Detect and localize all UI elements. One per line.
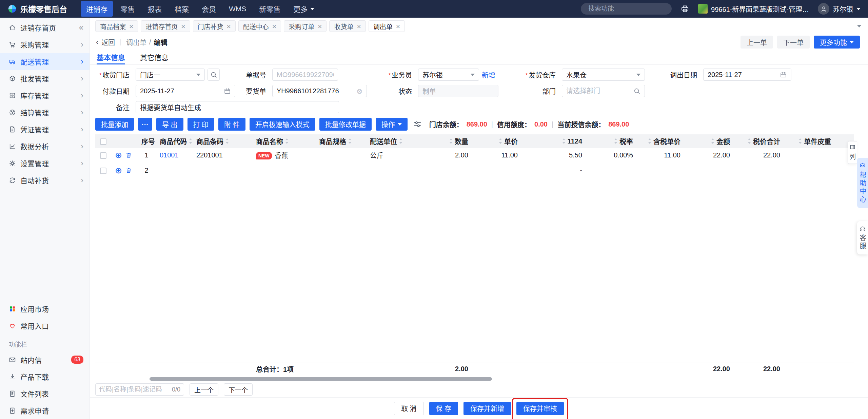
col-header-select-all[interactable]	[95, 134, 111, 148]
attachment-button[interactable]: 附 件	[218, 118, 245, 131]
cell-code[interactable]	[156, 163, 192, 178]
speed-input-mode-button[interactable]: 开启极速输入模式	[250, 118, 315, 131]
add-salesman-link[interactable]: 新增	[482, 70, 495, 80]
global-search[interactable]	[581, 3, 672, 15]
quick-search-input[interactable]	[99, 386, 169, 393]
department-input-wrap[interactable]	[562, 85, 645, 97]
cancel-button[interactable]: 取 消	[394, 402, 424, 415]
doc-tab-purchase-order[interactable]: 采购订单×	[284, 20, 327, 32]
sidebar-item-favorites[interactable]: 常用入口	[0, 317, 90, 334]
pay-date-input[interactable]: 2025-11-27	[136, 85, 235, 97]
out-date-input[interactable]: 2025-11-27	[703, 69, 791, 81]
remark-input-wrap[interactable]	[136, 101, 339, 113]
col-header-unit[interactable]: 配送单位	[366, 134, 428, 148]
department-input[interactable]	[566, 87, 631, 95]
search-icon[interactable]	[633, 88, 640, 95]
col-header-name[interactable]: 商品名称	[252, 134, 315, 148]
col-header-tax-price[interactable]: 含税单价	[637, 134, 685, 148]
remark-input[interactable]	[140, 103, 335, 111]
receiving-store-select[interactable]: 门店一	[136, 69, 205, 81]
menu-item-reports[interactable]: 报表	[142, 1, 167, 17]
col-header-tax-total[interactable]: 税价合计	[734, 134, 784, 148]
batch-add-button[interactable]: 批量添加	[95, 118, 134, 131]
menu-item-members[interactable]: 会员	[196, 1, 221, 17]
help-center-float[interactable]: 帮助中心	[857, 158, 868, 208]
clear-icon[interactable]: ⊗	[356, 88, 362, 95]
col-header-price[interactable]: 单价	[472, 134, 522, 148]
product-code-link[interactable]: 01001	[160, 151, 179, 159]
close-tab-icon[interactable]: ×	[318, 23, 322, 30]
request-doc-input-wrap[interactable]: ⊗	[272, 85, 367, 97]
doc-tab-store-replenish[interactable]: 门店补货×	[193, 20, 236, 32]
collapse-sidebar-icon[interactable]: «	[79, 23, 83, 32]
close-tab-icon[interactable]: ×	[272, 23, 276, 30]
action-dropdown-button[interactable]: 操作	[376, 118, 408, 131]
prev-doc-button[interactable]: 上一单	[741, 36, 773, 49]
row-checkbox[interactable]	[100, 152, 106, 159]
batch-edit-button[interactable]: 批量修改单据	[319, 118, 372, 131]
prev-match-button[interactable]: 上一个	[190, 383, 218, 396]
sidebar-item-distribution[interactable]: 配送管理 ›	[0, 53, 90, 70]
sidebar-item-file-list[interactable]: 文件列表	[0, 385, 90, 402]
sidebar-item-inbox[interactable]: 站内信 63	[0, 351, 90, 368]
more-actions-button[interactable]: ···	[138, 118, 152, 131]
save-and-new-button[interactable]: 保存并新增	[463, 402, 511, 415]
tab-other-info[interactable]: 其它信息	[140, 50, 169, 64]
menu-item-retail[interactable]: 零售	[115, 1, 140, 17]
col-header-amount[interactable]: 金额	[685, 134, 734, 148]
sidebar-item-downloads[interactable]: 产品下载	[0, 368, 90, 385]
sidebar-item-auto-replenish[interactable]: 自动补货 ›	[0, 172, 90, 189]
menu-item-more[interactable]: 更多	[288, 1, 320, 17]
delete-row-icon[interactable]	[125, 167, 132, 174]
print-button[interactable]: 打 印	[188, 118, 215, 131]
quick-search-box[interactable]: 0/0	[95, 383, 184, 396]
warehouse-select[interactable]: 水果仓	[562, 69, 645, 81]
menu-item-wms[interactable]: WMS	[223, 2, 252, 16]
close-tab-icon[interactable]: ×	[396, 23, 400, 30]
store-search-button[interactable]	[208, 69, 220, 81]
sidebar-item-request[interactable]: 需求申请	[0, 402, 90, 419]
doc-tab-inventory-home[interactable]: 进销存首页×	[141, 20, 190, 32]
select-all-checkbox[interactable]	[100, 138, 106, 145]
sidebar-item-settlement[interactable]: 结算管理 ›	[0, 104, 90, 121]
delete-row-icon[interactable]	[125, 152, 132, 158]
sidebar-item-analytics[interactable]: 数据分析 ›	[0, 138, 90, 155]
sidebar-item-app-market[interactable]: 应用市场	[0, 300, 90, 317]
next-doc-button[interactable]: 下一单	[777, 36, 810, 49]
user-menu[interactable]: 苏尔银	[818, 3, 861, 15]
more-functions-button[interactable]: 更多功能	[814, 36, 860, 49]
save-button[interactable]: 保 存	[429, 402, 458, 415]
customer-service-float[interactable]: 客服	[857, 221, 868, 254]
next-match-button[interactable]: 下一个	[224, 383, 253, 396]
store-selector[interactable]: 99661-新界面果蔬版测试-管理…	[698, 4, 809, 14]
col-header-1124[interactable]: 1124	[522, 134, 586, 148]
col-header-barcode[interactable]: 商品条码	[192, 134, 252, 148]
printer-icon[interactable]	[680, 4, 689, 13]
save-and-audit-button[interactable]: 保存并审核	[516, 402, 564, 415]
col-header-qty[interactable]: 数量	[428, 134, 472, 148]
col-header-tare[interactable]: 单件皮重	[784, 134, 835, 148]
sidebar-item-voucher[interactable]: 凭证管理 ›	[0, 121, 90, 138]
doc-tab-transfer-out[interactable]: 调出单×	[369, 20, 405, 32]
add-row-icon[interactable]: ⊕	[115, 166, 122, 175]
column-settings-tab[interactable]: 列	[848, 141, 857, 164]
doc-tab-receipt[interactable]: 收货单×	[329, 20, 366, 32]
doc-tab-goods-archive[interactable]: 商品档案×	[95, 20, 138, 32]
col-header-spec[interactable]: 商品规格	[315, 134, 366, 148]
close-tab-icon[interactable]: ×	[129, 23, 133, 30]
sidebar-item-home[interactable]: 进销存首页 «	[0, 19, 90, 36]
tab-basic-info[interactable]: 基本信息	[97, 50, 125, 64]
sidebar-item-wholesale[interactable]: 批发管理 ›	[0, 70, 90, 87]
doc-tab-distribution-center[interactable]: 配送中心×	[238, 20, 281, 32]
export-button[interactable]: 导 出	[156, 118, 183, 131]
menu-item-archives[interactable]: 档案	[169, 1, 194, 17]
tabs-overflow-button[interactable]	[857, 25, 861, 27]
close-tab-icon[interactable]: ×	[227, 23, 231, 30]
menu-item-new-retail[interactable]: 新零售	[254, 1, 286, 17]
salesman-select[interactable]: 苏尔银	[418, 69, 479, 81]
col-header-code[interactable]: 商品代码	[156, 134, 192, 148]
sidebar-item-stock[interactable]: 库存管理 ›	[0, 87, 90, 104]
global-search-input[interactable]	[588, 5, 671, 13]
scrollbar-thumb[interactable]	[150, 377, 492, 381]
back-button[interactable]: ‹ 返回	[96, 37, 115, 47]
